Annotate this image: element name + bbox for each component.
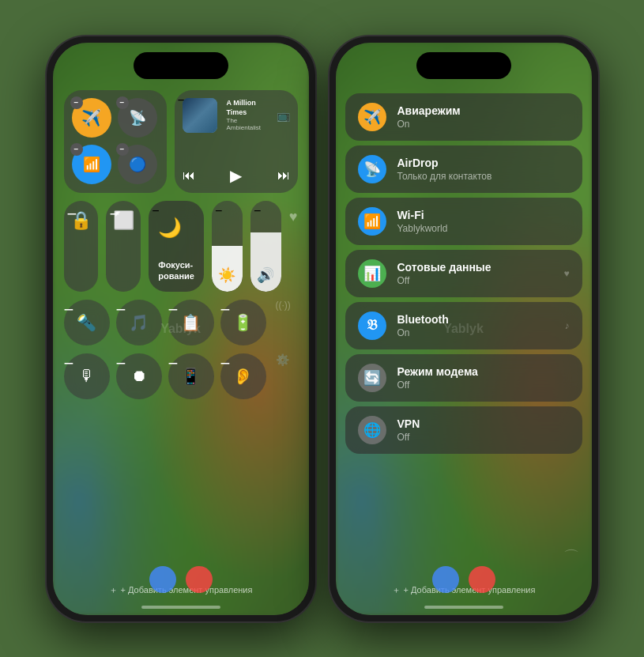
cellular-subtitle: Off bbox=[397, 275, 553, 286]
dynamic-island-right bbox=[416, 52, 511, 79]
dot-indicators-right bbox=[432, 566, 495, 593]
dot-red bbox=[186, 566, 213, 593]
add-icon-right: ＋ bbox=[392, 584, 401, 596]
airdrop-item-text: AirDrop Только для контактов bbox=[397, 156, 570, 181]
gear-container: ⚙️ bbox=[273, 353, 289, 366]
battery-icon: 🔋 bbox=[233, 313, 253, 332]
minus-badge: − bbox=[70, 143, 83, 156]
volume-icon: 🔊 bbox=[257, 266, 274, 284]
remote-icon: 📱 bbox=[181, 367, 201, 386]
airplane-item-text: Авиарежим On bbox=[397, 104, 570, 129]
control-grid: ✈️ − 📡 − 📶 − bbox=[53, 90, 309, 399]
right-screen: ✈️ Авиарежим On 📡 AirDrop Только для кон… bbox=[336, 43, 592, 615]
cc-list: ✈️ Авиарежим On 📡 AirDrop Только для кон… bbox=[336, 93, 592, 454]
bluetooth-subtitle: On bbox=[397, 327, 554, 338]
bluetooth-button[interactable]: 🔵 − bbox=[118, 145, 157, 184]
cellular-item[interactable]: 📊 Сотовые данные Off ♥ bbox=[345, 250, 582, 297]
cellular-title: Сотовые данные bbox=[397, 260, 553, 274]
screen-mirror-button[interactable]: − ⬜ bbox=[106, 201, 141, 292]
next-button[interactable]: ⏭ bbox=[277, 168, 290, 183]
record-icon: ⏺ bbox=[131, 367, 147, 385]
play-button[interactable]: ▶ bbox=[230, 166, 242, 185]
minus-badge: − bbox=[109, 204, 119, 225]
volume-slider[interactable]: − 🔊 bbox=[250, 201, 281, 292]
music-controls: ⏮ ▶ ⏭ bbox=[183, 166, 290, 185]
music-tile[interactable]: − A Million Times The Ambientalist 📺 bbox=[175, 90, 298, 193]
vpn-item-icon: 🌐 bbox=[358, 416, 386, 444]
notes-button[interactable]: − 📋 bbox=[168, 300, 214, 345]
music-info: A Million Times The Ambientalist bbox=[227, 99, 273, 131]
left-phone: ✈️ − 📡 − 📶 − bbox=[47, 36, 315, 621]
connectivity-tile: ✈️ − 📡 − 📶 − bbox=[64, 90, 167, 193]
screen-content-right: ✈️ Авиарежим On 📡 AirDrop Только для кон… bbox=[336, 43, 592, 615]
minus-badge: − bbox=[64, 300, 74, 320]
screen-content: ✈️ − 📡 − 📶 − bbox=[53, 43, 309, 615]
airdrop-item[interactable]: 📡 AirDrop Только для контактов bbox=[345, 145, 582, 193]
rotation-lock-button[interactable]: − 🔒 bbox=[64, 201, 99, 292]
airplane-item[interactable]: ✈️ Авиарежим On bbox=[345, 93, 582, 141]
minus-badge: − bbox=[168, 353, 179, 374]
add-icon: ＋ bbox=[109, 584, 118, 596]
airplay-icon: 📺 bbox=[277, 109, 290, 122]
minus-badge: − bbox=[64, 353, 74, 374]
prev-button[interactable]: ⏮ bbox=[183, 168, 195, 183]
bluetooth-item[interactable]: 𝔅 Bluetooth On ♪ bbox=[345, 302, 582, 349]
remote-button[interactable]: − 📱 bbox=[168, 353, 214, 399]
hotspot-item[interactable]: 🔄 Режим модема Off bbox=[345, 354, 582, 402]
right-phone: ✈️ Авиарежим On 📡 AirDrop Только для кон… bbox=[330, 36, 598, 621]
focus-label: Фокуси-рование bbox=[158, 259, 194, 282]
row-2: − 🔒 − ⬜ − 🌙 Фокуси-рование bbox=[64, 201, 298, 292]
bluetooth-item-text: Bluetooth On bbox=[397, 312, 554, 338]
flashlight-button[interactable]: − 🔦 bbox=[64, 300, 110, 345]
vpn-item[interactable]: 🌐 VPN Off bbox=[345, 406, 582, 454]
battery-button[interactable]: − 🔋 bbox=[220, 300, 266, 345]
minus-badge: − bbox=[220, 300, 231, 320]
heart-icon: ♥ bbox=[289, 209, 298, 225]
bluetooth-item-icon: 𝔅 bbox=[358, 312, 386, 340]
brightness-slider[interactable]: − ☀️ bbox=[212, 201, 243, 292]
heart-container: ♥ bbox=[289, 201, 298, 225]
wifi-title: Wi-Fi bbox=[397, 208, 570, 222]
hotspot-title: Режим модема bbox=[397, 364, 570, 379]
minus-badge: − bbox=[116, 353, 126, 374]
dot-blue bbox=[149, 566, 176, 593]
hotspot-item-icon: 🔄 bbox=[358, 364, 386, 392]
focus-tile[interactable]: − 🌙 Фокуси-рование bbox=[149, 201, 204, 292]
minus-badge: − bbox=[168, 300, 179, 320]
music-artist: The Ambientalist bbox=[227, 117, 273, 131]
flashlight-icon: 🔦 bbox=[77, 313, 96, 332]
wifi-subtitle: Yablykworld bbox=[397, 223, 570, 234]
brightness-icon: ☀️ bbox=[218, 266, 235, 284]
vpn-item-text: VPN Off bbox=[397, 417, 570, 442]
swipe-handle: ⌒ bbox=[563, 546, 579, 568]
minus-badge: − bbox=[116, 96, 129, 109]
screen-record-button[interactable]: − ⏺ bbox=[116, 353, 162, 399]
shazam-button[interactable]: − 🎵 bbox=[116, 300, 162, 345]
row-1: ✈️ − 📡 − 📶 − bbox=[64, 90, 298, 193]
dynamic-island bbox=[134, 52, 228, 79]
signal-icon: ((·)) bbox=[276, 300, 291, 311]
dot-blue-right bbox=[432, 566, 459, 593]
wifi-button[interactable]: 📶 − bbox=[72, 145, 111, 184]
wifi-item-icon: 📶 bbox=[358, 207, 386, 236]
soundrecog-button[interactable]: − 🎙 bbox=[64, 353, 110, 399]
minus-badge: − bbox=[254, 204, 261, 218]
minus-badge: − bbox=[67, 204, 77, 225]
vpn-title: VPN bbox=[397, 417, 570, 431]
airdrop-title: AirDrop bbox=[397, 156, 570, 170]
airdrop-item-icon: 📡 bbox=[358, 155, 386, 183]
airplane-button[interactable]: ✈️ − bbox=[72, 98, 111, 138]
signal-container: ((·)) bbox=[273, 300, 291, 311]
heart-side-icon: ♥ bbox=[563, 268, 569, 279]
wifi-item-text: Wi-Fi Yablykworld bbox=[397, 208, 570, 233]
hotspot-subtitle: Off bbox=[397, 379, 570, 391]
minus-badge: − bbox=[116, 143, 129, 156]
airdrop-button[interactable]: 📡 − bbox=[118, 98, 157, 138]
wifi-item[interactable]: 📶 Wi-Fi Yablykworld bbox=[345, 198, 582, 245]
dot-red-right bbox=[469, 566, 495, 593]
bluetooth-title: Bluetooth bbox=[397, 312, 554, 327]
cellular-item-icon: 📊 bbox=[358, 259, 386, 288]
hearing-button[interactable]: − 👂 bbox=[220, 353, 266, 399]
airplane-title: Авиарежим bbox=[397, 104, 570, 118]
dot-indicators-left bbox=[149, 566, 213, 593]
